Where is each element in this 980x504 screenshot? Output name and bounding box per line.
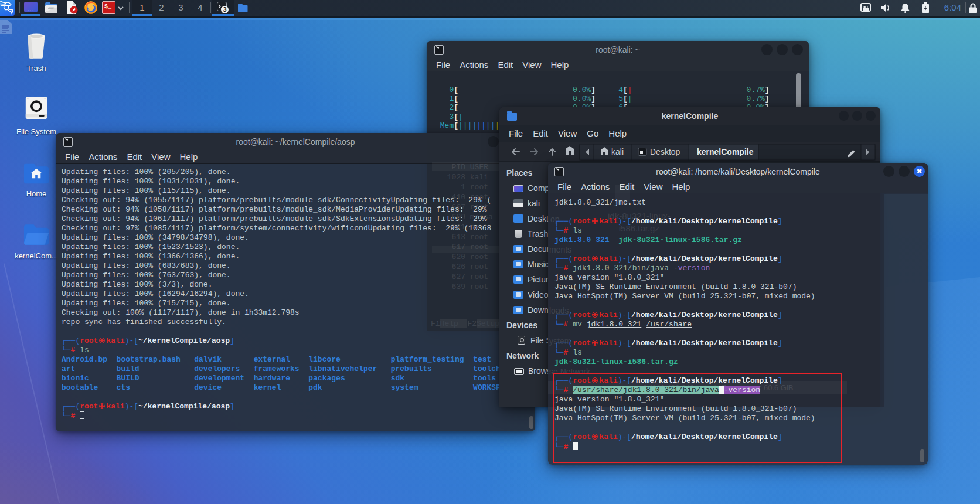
svg-text:Desktop: Desktop bbox=[650, 147, 680, 156]
svg-text:kali: kali bbox=[611, 147, 624, 156]
svg-text:kernelCompile: kernelCompile bbox=[697, 147, 754, 156]
